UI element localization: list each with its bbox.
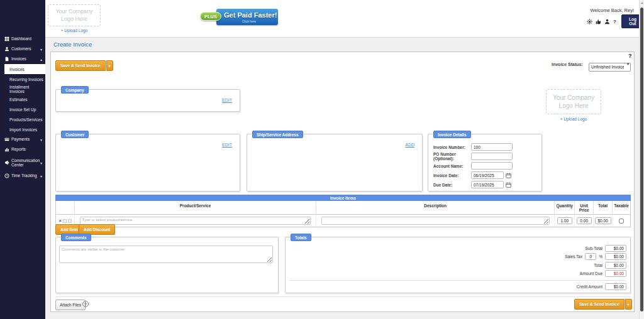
sidebar-item-communication-center[interactable]: Communication Center ▾ <box>0 154 45 171</box>
thumbs-up-icon[interactable] <box>596 18 601 24</box>
sales-tax-input[interactable] <box>605 253 626 260</box>
due-date-label: Due Date: <box>433 183 471 187</box>
totals-badge: Totals <box>291 234 311 241</box>
sidebar-item-customers[interactable]: Customers ▾ <box>0 44 45 54</box>
invoice-details-section: Invoice Details Invoice Number: PO Numbe… <box>428 134 542 192</box>
customer-edit-link[interactable]: EDIT <box>222 143 232 147</box>
scrollbar-thumb[interactable] <box>640 8 643 311</box>
dashboard-icon <box>4 36 11 41</box>
panel-help-icon[interactable]: ? <box>628 53 632 59</box>
company-edit-link[interactable]: EDIT <box>222 98 232 102</box>
move-row-icon[interactable] <box>63 219 67 223</box>
ship-address-add-link[interactable]: ADD <box>405 143 414 147</box>
sidebar-item-payments[interactable]: Payments ▾ <box>0 134 45 144</box>
user-icon[interactable] <box>604 18 610 24</box>
invoice-status-label: Invoice Status: <box>552 62 583 67</box>
taxable-checkbox[interactable] <box>619 219 624 224</box>
sales-tax-label: Sales Tax <box>565 254 582 259</box>
quantity-input[interactable] <box>557 217 572 224</box>
upload-logo-link[interactable]: + Upload Logo <box>48 28 101 33</box>
sidebar-item-time-tracking[interactable]: Time Tracking ▾ <box>0 171 45 181</box>
logo-placeholder-line1: Your Company <box>55 8 92 15</box>
sidebar-subitem-invoices[interactable]: Invoices <box>4 64 45 74</box>
sub-total-input[interactable] <box>605 245 626 252</box>
gear-icon[interactable] <box>587 18 592 24</box>
column-header-product-service: Product/Service <box>75 201 316 215</box>
sidebar-item-dashboard[interactable]: Dashboard <box>0 34 45 44</box>
save-send-dropdown-arrow[interactable]: ▾ <box>625 299 632 310</box>
payments-icon <box>4 137 11 142</box>
credit-amount-input[interactable] <box>605 283 626 290</box>
delete-row-icon[interactable]: × <box>58 219 62 224</box>
save-send-invoice-button[interactable]: Save & Send Invoice <box>574 299 625 310</box>
ship-service-address-section: Ship/Service Address ADD <box>247 134 423 192</box>
totals-section: Totals Sub-Total Sales Tax % Total Amoun… <box>285 237 631 293</box>
amount-due-input[interactable] <box>605 270 626 277</box>
sidebar-subitem-label: Products/Services <box>9 117 42 122</box>
unit-price-input[interactable] <box>577 217 592 224</box>
chevron-down-icon: ▾ <box>40 138 42 142</box>
row-total-input[interactable] <box>595 217 611 224</box>
save-send-dropdown-arrow[interactable]: ▾ <box>106 60 113 71</box>
due-date-input[interactable] <box>471 181 504 188</box>
sidebar-subitem-installment-invoices[interactable]: Installment Invoices <box>4 84 45 94</box>
copy-row-icon[interactable] <box>68 219 72 223</box>
invoice-status-select-wrap: Unfinished Invoices ▾ <box>589 60 631 68</box>
invoice-item-row: × <box>56 215 630 227</box>
invoice-number-label: Invoice Number: <box>433 145 471 149</box>
calendar-icon[interactable] <box>506 182 511 188</box>
sidebar-item-label: Communication Center <box>11 158 39 168</box>
sidebar-subitem-label: Import Invoices <box>9 127 37 132</box>
attach-files-help-icon[interactable]: ? <box>82 301 89 307</box>
scrollbar-up-arrow[interactable]: ▲ <box>640 1 644 4</box>
help-icon[interactable]: ? <box>613 19 616 24</box>
invoice-date-label: Invoice Date: <box>433 173 471 178</box>
page-scrollbar[interactable]: ▲ <box>639 0 644 319</box>
sales-tax-rate-input[interactable] <box>585 253 596 260</box>
invoice-status-select[interactable]: Unfinished Invoices <box>589 63 631 72</box>
welcome-text: Welcome Back, Rey! <box>541 8 634 13</box>
amount-due-label: Amount Due <box>580 271 602 276</box>
sidebar-subitem-import-invoices[interactable]: Import Invoices <box>4 124 45 134</box>
reports-icon <box>4 147 11 152</box>
get-paid-faster-banner[interactable]: Get Paid Faster! Click here PLUS <box>200 8 278 26</box>
sidebar-nav: Dashboard Customers ▾ Invoices ▴ Invoice… <box>0 0 45 181</box>
attach-files-button[interactable]: Attach Files <box>55 300 86 310</box>
description-input[interactable] <box>321 217 550 225</box>
calendar-icon[interactable] <box>506 173 511 178</box>
column-header-actions <box>56 201 75 215</box>
sidebar-subitem-invoice-set-up[interactable]: Invoice Set Up <box>4 104 45 114</box>
invoice-logo-placeholder[interactable]: Your Company Logo Here <box>546 89 601 114</box>
sales-tax-row: Sales Tax % <box>289 253 626 261</box>
sidebar-item-label: Customers <box>11 46 39 51</box>
chevron-up-icon: ▴ <box>40 57 42 62</box>
po-number-input[interactable] <box>471 153 513 160</box>
invoice-date-input[interactable] <box>471 171 504 179</box>
total-row: Total <box>289 261 626 269</box>
description-cell <box>316 215 555 227</box>
sidebar-subitem-estimates[interactable]: Estimates <box>4 94 45 104</box>
sub-total-label: Sub-Total <box>586 246 602 251</box>
sidebar-item-reports[interactable]: Reports <box>0 144 45 154</box>
company-badge: Company <box>61 86 89 94</box>
invoice-number-input[interactable] <box>471 143 513 151</box>
comments-input[interactable] <box>59 246 273 263</box>
due-date-row: Due Date: <box>433 181 511 188</box>
company-logo-placeholder[interactable]: Your Company Logo Here <box>48 4 101 26</box>
save-send-invoice-button[interactable]: Save & Send Invoice <box>55 60 106 71</box>
logo-placeholder-line1: Your Company <box>553 94 594 102</box>
product-service-input[interactable] <box>80 217 311 225</box>
upload-logo-link[interactable]: + Upload Logo <box>546 117 601 121</box>
total-label: Total <box>594 263 602 268</box>
sidebar-subitem-label: Estimates <box>9 97 28 102</box>
footer-divider <box>55 296 631 297</box>
total-input[interactable] <box>605 262 626 269</box>
sidebar-subitem-products-services[interactable]: Products/Services <box>4 114 45 124</box>
sidebar-item-label: Time Tracking <box>11 173 39 178</box>
sidebar-item-invoices[interactable]: Invoices ▴ <box>0 54 45 64</box>
account-name-input[interactable] <box>471 162 513 170</box>
invoice-number-row: Invoice Number: <box>433 143 513 151</box>
account-name-label: Account Name: <box>433 164 471 168</box>
app-window: Dashboard Customers ▾ Invoices ▴ Invoice… <box>0 0 644 319</box>
sidebar-subitem-recurring-invoices[interactable]: Recurring Invoices <box>4 74 45 84</box>
